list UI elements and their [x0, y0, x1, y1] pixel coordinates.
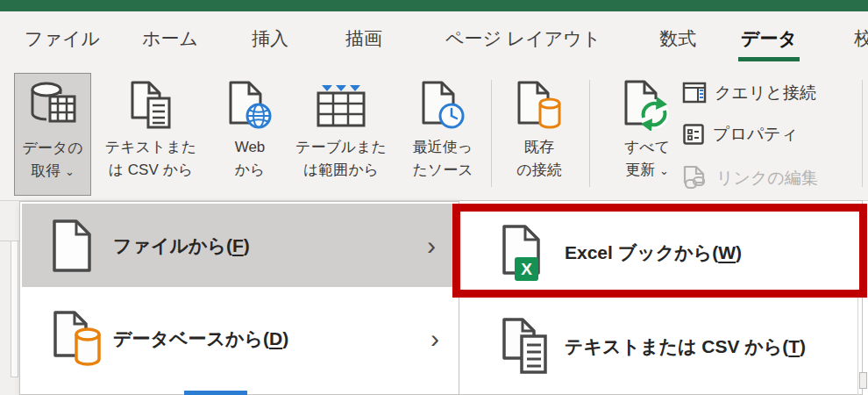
tab-label: ホーム: [142, 26, 198, 51]
text-csv-file-icon: [502, 318, 549, 376]
properties-label: プロパティ: [713, 123, 798, 146]
get-data-button[interactable]: データの 取得 ⌄: [14, 73, 91, 196]
tab-label: 挿入: [252, 26, 288, 51]
submenu-item-from-text-csv[interactable]: テキストまたは CSV から(T): [461, 303, 860, 391]
get-data-label: データの 取得 ⌄: [22, 137, 82, 183]
existing-connections-icon: [516, 75, 562, 136]
tab-home[interactable]: ホーム: [142, 11, 198, 66]
existing-connections-label: 既存 の接続: [516, 136, 561, 182]
from-web-button[interactable]: Web から: [217, 73, 283, 196]
annotation-highlight-box: [452, 204, 867, 298]
ribbon-data-tab: データの 取得 ⌄ テキストまた は CSV から: [0, 66, 868, 201]
properties-icon: [682, 123, 705, 146]
database-file-icon: [53, 310, 102, 368]
tab-file[interactable]: ファイル: [25, 11, 100, 66]
tab-data[interactable]: データ: [741, 11, 797, 66]
tab-insert[interactable]: 挿入: [252, 11, 288, 66]
edit-links-label: リンクの編集: [716, 167, 818, 190]
row-header-edge: [11, 241, 18, 377]
tab-label: ページ レイアウト: [445, 26, 601, 51]
tab-label: ファイル: [25, 26, 100, 51]
worksheet-background: [0, 201, 19, 395]
chevron-down-icon: ⌄: [659, 164, 669, 177]
excel-title-bar: [0, 0, 868, 11]
from-text-csv-label: テキストまた は CSV から: [105, 136, 196, 182]
queries-connections-icon: [682, 82, 707, 104]
edit-links-icon: [682, 165, 708, 191]
submenu-item-label: テキストまたは CSV から(T): [565, 334, 806, 359]
tab-review[interactable]: 校閲: [854, 11, 868, 66]
chevron-down-icon: ⌄: [65, 165, 75, 178]
web-icon: [228, 75, 272, 136]
recent-sources-button[interactable]: 最近使っ たソース: [399, 73, 487, 196]
from-table-range-label: テーブルまた は範囲から: [295, 136, 387, 182]
from-web-label: Web から: [235, 136, 266, 182]
from-text-csv-button[interactable]: テキストまた は CSV から: [94, 73, 208, 196]
menu-item-from-database[interactable]: データベースから(D) ›: [22, 295, 457, 383]
tab-label: 描画: [345, 26, 382, 51]
recent-sources-icon: [421, 75, 465, 136]
tab-label: データ: [741, 26, 797, 51]
menu-item-from-file[interactable]: ファイルから(F) ›: [22, 204, 457, 287]
refresh-all-label: すべて 更新 ⌄: [624, 136, 670, 183]
get-data-icon: [29, 75, 76, 137]
scrollbar-thumb[interactable]: [859, 372, 867, 389]
properties-button[interactable]: プロパティ: [682, 123, 798, 146]
ribbon-group-divider: [862, 80, 863, 187]
submenu-arrow-icon: ›: [427, 233, 436, 259]
tab-label: 数式: [659, 26, 696, 51]
refresh-all-icon: [623, 75, 671, 136]
menu-item-label: データベースから(D): [113, 327, 288, 351]
ribbon-tab-row: ファイル ホーム 挿入 描画 ページ レイアウト 数式 データ 校閲: [0, 11, 868, 66]
tab-page-layout[interactable]: ページ レイアウト: [445, 11, 601, 66]
from-table-range-button[interactable]: テーブルまた は範囲から: [286, 73, 396, 196]
get-data-dropdown-menu: ファイルから(F) › データベースから(D) ›: [19, 201, 459, 395]
table-filter-icon: [315, 75, 367, 136]
file-icon: [51, 219, 93, 273]
submenu-arrow-icon: ›: [430, 326, 439, 352]
existing-connections-button[interactable]: 既存 の接続: [498, 73, 580, 196]
menu-item-label: ファイルから(F): [113, 233, 250, 258]
ribbon-group-divider: [491, 80, 492, 187]
submenu-right-border: [857, 298, 858, 395]
refresh-all-button[interactable]: すべて 更新 ⌄: [607, 73, 687, 196]
queries-connections-button[interactable]: クエリと接続: [682, 82, 816, 104]
ribbon-group-divider: [589, 80, 590, 187]
tab-label: 校閲: [854, 26, 868, 51]
tab-draw[interactable]: 描画: [345, 11, 382, 66]
clipped-menu-item-icon: [184, 391, 247, 395]
tab-formulas[interactable]: 数式: [659, 11, 696, 66]
edit-links-button: リンクの編集: [682, 165, 818, 191]
queries-connections-label: クエリと接続: [715, 82, 816, 104]
recent-sources-label: 最近使っ たソース: [412, 136, 473, 182]
text-csv-icon: [130, 75, 172, 136]
